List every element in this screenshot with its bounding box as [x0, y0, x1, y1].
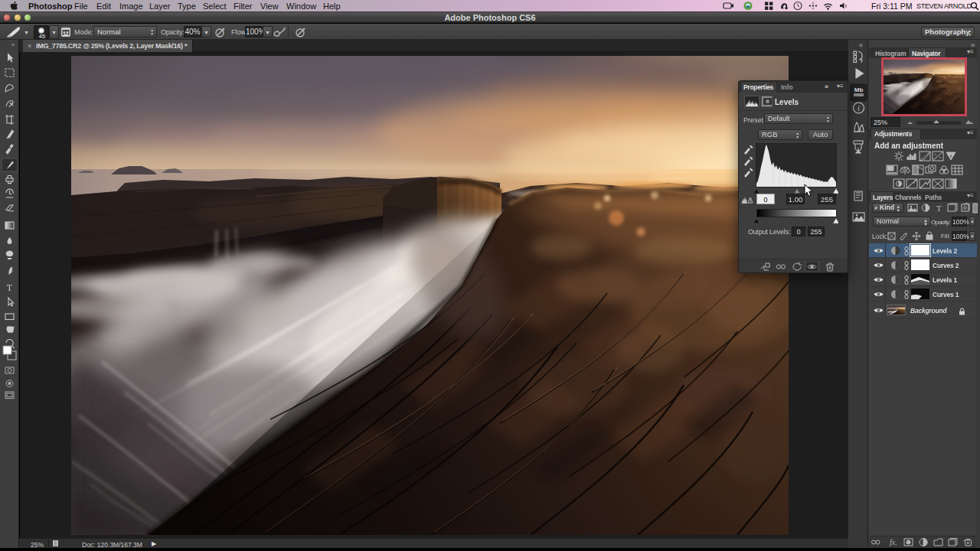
svg-text:Mb: Mb: [854, 86, 864, 93]
svg-text:T: T: [7, 282, 13, 293]
svg-text:i: i: [858, 104, 860, 112]
svg-text:fx.: fx.: [890, 538, 897, 546]
svg-text:T: T: [936, 204, 942, 213]
svg-text:»: »: [11, 41, 15, 48]
